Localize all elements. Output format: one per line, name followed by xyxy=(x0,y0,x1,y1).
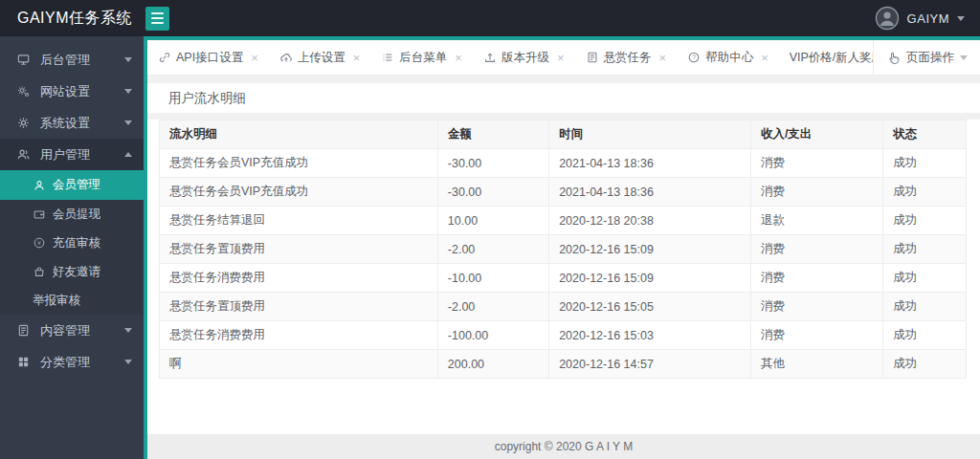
sidebar-item-content-management[interactable]: 内容管理 xyxy=(0,315,144,346)
tab-reward-tasks[interactable]: 悬赏任务 × xyxy=(575,40,678,75)
cloud-upload-icon xyxy=(279,51,293,64)
cell: 啊 xyxy=(160,350,438,379)
cell: 成功 xyxy=(883,235,967,264)
link-icon xyxy=(158,51,171,64)
app-title: GAIYM任务系统 xyxy=(0,9,144,29)
tab-version-upgrade[interactable]: 版本升级 × xyxy=(473,40,575,75)
page-title: 用户流水明细 xyxy=(168,90,246,107)
sidebar-item-report-review[interactable]: 举报审核 xyxy=(0,286,144,315)
coin-icon: ¥ xyxy=(33,235,46,251)
column-header-income-expense: 收入/支出 xyxy=(750,120,882,149)
sidebar-item-category-management[interactable]: 分类管理 xyxy=(0,346,144,378)
user-menu[interactable]: GAIYM xyxy=(875,6,980,31)
cell: 悬赏任务置顶费用 xyxy=(160,293,438,321)
wallet-icon xyxy=(33,207,46,222)
top-header: GAIYM任务系统 GAIYM xyxy=(0,0,980,36)
transactions-table: 流水明细 金额 时间 收入/支出 状态 悬赏任务会员VIP充值成功-30.002… xyxy=(159,120,967,379)
sidebar-item-label: 举报审核 xyxy=(33,293,80,309)
tab-label: 帮助中心 xyxy=(705,50,753,66)
cell: 2021-04-13 18:36 xyxy=(549,149,751,178)
sidebar-item-system-settings[interactable]: 系统设置 xyxy=(0,107,144,139)
sidebar-item-label: 会员提现 xyxy=(53,207,100,223)
desktop-icon xyxy=(16,53,32,68)
cell: 消费 xyxy=(750,321,882,350)
cell: 200.00 xyxy=(437,350,548,379)
cell: 消费 xyxy=(750,293,882,321)
cell: 2021-04-13 18:36 xyxy=(549,178,751,207)
sidebar-item-user-management[interactable]: 用户管理 xyxy=(0,139,144,170)
sidebar-item-label: 会员管理 xyxy=(53,177,100,193)
cell: 2020-12-16 15:05 xyxy=(549,293,751,321)
tab-upload-settings[interactable]: 上传设置 × xyxy=(269,40,371,75)
cell: 成功 xyxy=(883,207,967,235)
avatar-icon xyxy=(875,6,900,31)
cell: 成功 xyxy=(883,350,967,379)
cell: 悬赏任务置顶费用 xyxy=(160,235,438,264)
sidebar-group-user-management: 用户管理 会员管理 会员提现 xyxy=(0,139,144,315)
close-icon[interactable]: × xyxy=(455,52,462,64)
sidebar-item-label: 内容管理 xyxy=(40,322,90,339)
sidebar-item-label: 后台管理 xyxy=(40,52,90,69)
document-icon xyxy=(16,323,32,339)
chevron-down-icon xyxy=(957,16,965,21)
close-icon[interactable]: × xyxy=(761,52,768,64)
sidebar-item-label: 网站设置 xyxy=(40,83,90,100)
hand-pointer-icon xyxy=(886,51,901,65)
tab-label: 上传设置 xyxy=(298,50,345,66)
sidebar-item-label: 用户管理 xyxy=(40,146,90,164)
column-header-status: 状态 xyxy=(883,120,967,149)
document-icon xyxy=(586,51,599,64)
cell: 消费 xyxy=(750,264,882,293)
sidebar-item-backend[interactable]: 后台管理 xyxy=(0,44,144,76)
cell: 消费 xyxy=(750,178,882,207)
table-row: 悬赏任务会员VIP充值成功-30.002021-04-13 18:36消费成功 xyxy=(160,149,967,178)
cell: 2020-12-16 15:09 xyxy=(549,235,751,264)
hamburger-menu-button[interactable] xyxy=(145,7,169,31)
panel-title-bar: 用户流水明细 xyxy=(147,83,980,113)
column-header-detail: 流水明细 xyxy=(160,120,438,149)
page-operations-dropdown[interactable]: 页面操作 xyxy=(873,40,980,75)
cell: 成功 xyxy=(883,293,967,321)
sidebar: 后台管理 网站设置 系统设置 xyxy=(0,36,147,459)
table-row: 悬赏任务消费费用-100.002020-12-16 15:03消费成功 xyxy=(160,321,967,350)
tab-label: 版本升级 xyxy=(501,50,549,66)
transactions-table-wrap: 流水明细 金额 时间 收入/支出 状态 悬赏任务会员VIP充值成功-30.002… xyxy=(159,120,967,379)
table-row: 悬赏任务置顶费用-2.002020-12-16 15:09消费成功 xyxy=(160,235,967,264)
content-spacer xyxy=(147,379,980,434)
person-icon xyxy=(33,178,46,193)
sidebar-item-member-management[interactable]: 会员管理 xyxy=(0,170,144,200)
close-icon[interactable]: × xyxy=(251,52,258,64)
tab-bar: API接口设置 × 上传设置 × 后台菜单 xyxy=(147,40,980,76)
bag-icon xyxy=(33,264,46,279)
sidebar-item-website-settings[interactable]: 网站设置 xyxy=(0,76,144,107)
cell: 悬赏任务会员VIP充值成功 xyxy=(160,149,438,178)
grid-icon xyxy=(16,355,32,370)
sidebar-item-member-withdrawal[interactable]: 会员提现 xyxy=(0,200,144,229)
table-row: 悬赏任务会员VIP充值成功-30.002021-04-13 18:36消费成功 xyxy=(160,178,967,207)
cell: -100.00 xyxy=(437,321,548,350)
sidebar-item-recharge-review[interactable]: ¥ 充值审核 xyxy=(0,229,144,257)
cell: 成功 xyxy=(883,149,967,178)
cell: 悬赏任务会员VIP充值成功 xyxy=(160,178,438,207)
cell: 悬赏任务结算退回 xyxy=(160,207,438,235)
cell: 退款 xyxy=(750,207,882,235)
tab-api-settings[interactable]: API接口设置 × xyxy=(147,40,269,75)
main-content: API接口设置 × 上传设置 × 后台菜单 xyxy=(147,36,980,459)
close-icon[interactable]: × xyxy=(353,52,361,64)
svg-text:¥: ¥ xyxy=(37,239,41,246)
cell: 悬赏任务消费费用 xyxy=(160,264,438,293)
close-icon[interactable]: × xyxy=(557,52,565,64)
cell: -30.00 xyxy=(437,178,548,207)
tab-help-center[interactable]: ? 帮助中心 × xyxy=(677,40,779,75)
user-name: GAIYM xyxy=(907,11,949,26)
table-row: 悬赏任务消费费用-10.002020-12-16 15:09消费成功 xyxy=(160,264,967,293)
page-operations-label: 页面操作 xyxy=(906,50,954,66)
sidebar-item-label: 分类管理 xyxy=(40,354,90,371)
cell: 成功 xyxy=(883,178,967,207)
tab-backend-menu[interactable]: 后台菜单 × xyxy=(370,40,473,75)
close-icon[interactable]: × xyxy=(659,52,667,64)
cell: -2.00 xyxy=(437,235,548,264)
tab-vip-price-settings[interactable]: VIP价格/新人奖励/红包设置 × xyxy=(779,40,873,75)
submenu-user-management: 会员管理 会员提现 ¥ 充值审核 xyxy=(0,170,144,315)
sidebar-item-friend-invite[interactable]: 好友邀请 xyxy=(0,257,144,286)
